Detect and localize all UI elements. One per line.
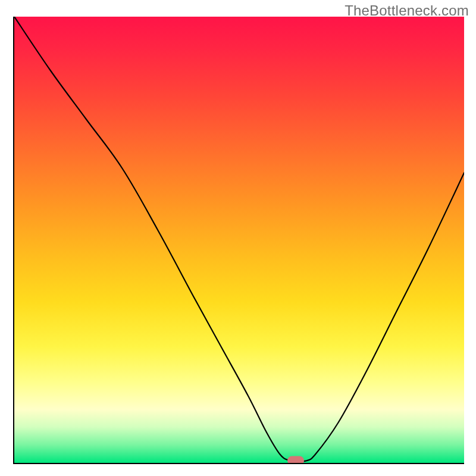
chart-plot-area [13, 17, 464, 464]
curve-layer [14, 17, 464, 463]
watermark-text: TheBottleneck.com [345, 2, 469, 19]
optimal-marker [287, 456, 304, 464]
bottleneck-curve [14, 17, 464, 461]
